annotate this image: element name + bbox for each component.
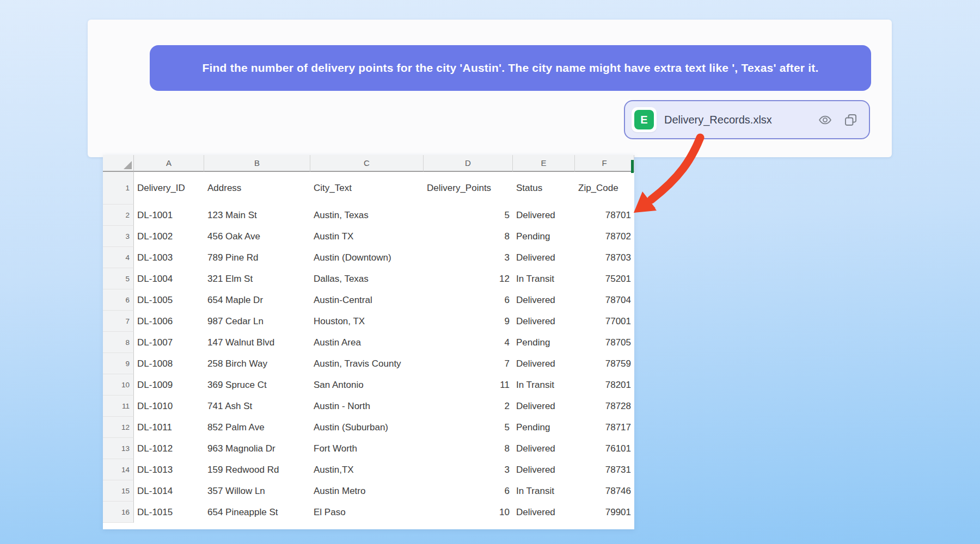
cell[interactable]: Austin Metro <box>310 480 424 502</box>
header-cell[interactable]: City_Text <box>310 172 424 205</box>
cell[interactable]: 5 <box>424 417 513 438</box>
header-cell[interactable]: Delivery_ID <box>134 172 204 205</box>
row-number[interactable]: 8 <box>103 332 134 353</box>
file-attachment-chip[interactable]: E Delivery_Records.xlsx <box>624 100 870 139</box>
cell[interactable]: In Transit <box>513 268 575 289</box>
row-number[interactable]: 5 <box>103 268 134 289</box>
row-number[interactable]: 16 <box>103 502 134 523</box>
cell[interactable]: 654 Maple Dr <box>204 289 310 311</box>
cell[interactable]: 456 Oak Ave <box>204 226 310 247</box>
cell[interactable]: 6 <box>424 480 513 502</box>
column-header-f[interactable]: F <box>575 155 634 172</box>
cell[interactable]: Delivered <box>513 438 575 459</box>
cell[interactable]: DL-1012 <box>134 438 204 459</box>
cell[interactable]: Delivered <box>513 247 575 268</box>
cell[interactable]: DL-1006 <box>134 311 204 332</box>
row-number[interactable]: 9 <box>103 353 134 374</box>
cell[interactable]: 78704 <box>575 289 634 311</box>
cell[interactable]: 159 Redwood Rd <box>204 459 310 480</box>
cell[interactable]: 9 <box>424 311 513 332</box>
cell[interactable]: 7 <box>424 353 513 374</box>
header-cell[interactable]: Zip_Code <box>575 172 634 205</box>
row-number[interactable]: 13 <box>103 438 134 459</box>
cell[interactable]: DL-1011 <box>134 417 204 438</box>
cell[interactable]: DL-1003 <box>134 247 204 268</box>
cell[interactable]: DL-1002 <box>134 226 204 247</box>
cell[interactable]: 789 Pine Rd <box>204 247 310 268</box>
cell[interactable]: 78717 <box>575 417 634 438</box>
cell[interactable]: Austin - North <box>310 395 424 417</box>
row-number[interactable]: 7 <box>103 311 134 332</box>
cell[interactable]: 77001 <box>575 311 634 332</box>
row-number[interactable]: 12 <box>103 417 134 438</box>
cell[interactable]: 78759 <box>575 353 634 374</box>
cell[interactable]: 11 <box>424 374 513 395</box>
cell[interactable]: 79901 <box>575 502 634 523</box>
row-number[interactable]: 3 <box>103 226 134 247</box>
cell[interactable]: Houston, TX <box>310 311 424 332</box>
cell[interactable]: Austin-Central <box>310 289 424 311</box>
cell[interactable]: Austin Area <box>310 332 424 353</box>
cell[interactable]: Austin (Suburban) <box>310 417 424 438</box>
cell[interactable]: 5 <box>424 205 513 226</box>
cell[interactable]: 987 Cedar Ln <box>204 311 310 332</box>
preview-button[interactable] <box>817 113 834 127</box>
header-cell[interactable]: Address <box>204 172 310 205</box>
cell[interactable]: DL-1008 <box>134 353 204 374</box>
select-all-corner[interactable] <box>103 155 134 172</box>
cell[interactable]: 369 Spruce Ct <box>204 374 310 395</box>
cell[interactable]: 3 <box>424 247 513 268</box>
row-number[interactable]: 15 <box>103 480 134 502</box>
cell[interactable]: DL-1009 <box>134 374 204 395</box>
cell[interactable]: 963 Magnolia Dr <box>204 438 310 459</box>
cell[interactable]: 147 Walnut Blvd <box>204 332 310 353</box>
cell[interactable]: 4 <box>424 332 513 353</box>
cell[interactable]: 78731 <box>575 459 634 480</box>
cell[interactable]: DL-1013 <box>134 459 204 480</box>
cell[interactable]: San Antonio <box>310 374 424 395</box>
cell[interactable]: 258 Birch Way <box>204 353 310 374</box>
cell[interactable]: Pending <box>513 332 575 353</box>
cell[interactable]: 75201 <box>575 268 634 289</box>
cell[interactable]: Delivered <box>513 311 575 332</box>
cell[interactable]: Austin, Travis County <box>310 353 424 374</box>
row-number[interactable]: 2 <box>103 205 134 226</box>
cell[interactable]: 78705 <box>575 332 634 353</box>
cell[interactable]: Austin,TX <box>310 459 424 480</box>
cell[interactable]: 3 <box>424 459 513 480</box>
cell[interactable]: DL-1001 <box>134 205 204 226</box>
row-number[interactable]: 10 <box>103 374 134 395</box>
cell[interactable]: DL-1014 <box>134 480 204 502</box>
cell[interactable]: Dallas, Texas <box>310 268 424 289</box>
cell[interactable]: 10 <box>424 502 513 523</box>
cell[interactable]: 78728 <box>575 395 634 417</box>
cell[interactable]: 78702 <box>575 226 634 247</box>
cell[interactable]: 357 Willow Ln <box>204 480 310 502</box>
row-number[interactable]: 14 <box>103 459 134 480</box>
cell[interactable]: DL-1005 <box>134 289 204 311</box>
copy-button[interactable] <box>843 113 858 127</box>
cell[interactable]: Pending <box>513 417 575 438</box>
header-cell[interactable]: Status <box>513 172 575 205</box>
cell[interactable]: 12 <box>424 268 513 289</box>
cell[interactable]: In Transit <box>513 374 575 395</box>
cell[interactable]: DL-1004 <box>134 268 204 289</box>
cell[interactable]: 6 <box>424 289 513 311</box>
column-header-d[interactable]: D <box>424 155 513 172</box>
cell[interactable]: Pending <box>513 226 575 247</box>
cell[interactable]: 8 <box>424 226 513 247</box>
column-header-e[interactable]: E <box>513 155 575 172</box>
row-number[interactable]: 6 <box>103 289 134 311</box>
cell[interactable]: DL-1007 <box>134 332 204 353</box>
cell[interactable]: 2 <box>424 395 513 417</box>
cell[interactable]: El Paso <box>310 502 424 523</box>
cell[interactable]: DL-1010 <box>134 395 204 417</box>
cell[interactable]: Delivered <box>513 502 575 523</box>
cell[interactable]: 741 Ash St <box>204 395 310 417</box>
column-header-a[interactable]: A <box>134 155 204 172</box>
cell[interactable]: 78746 <box>575 480 634 502</box>
cell[interactable]: 321 Elm St <box>204 268 310 289</box>
cell[interactable]: 78703 <box>575 247 634 268</box>
cell[interactable]: 8 <box>424 438 513 459</box>
row-number[interactable]: 4 <box>103 247 134 268</box>
